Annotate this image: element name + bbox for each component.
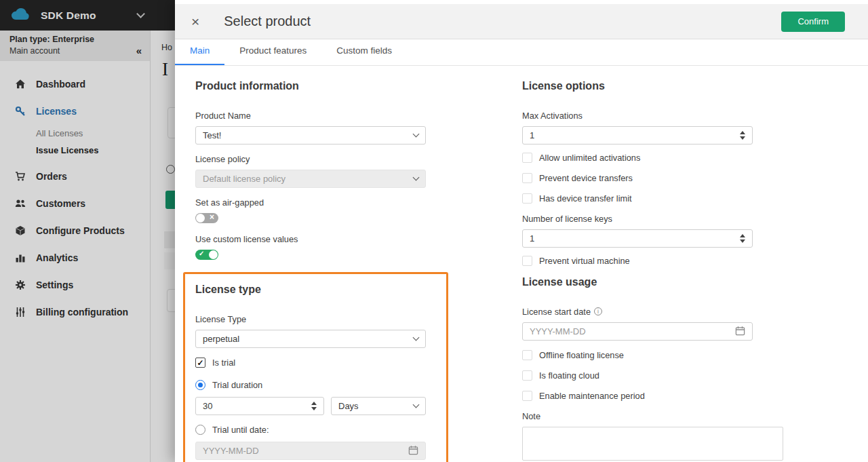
modal-body: Product information Product Name Test! L… — [175, 66, 868, 462]
stepper-icon[interactable] — [311, 402, 317, 410]
license-policy-label: License policy — [195, 154, 426, 164]
max-activations-value: 1 — [530, 130, 534, 140]
license-type-label: License Type — [195, 314, 427, 324]
checkbox-row[interactable]: Allow unlimited activations — [522, 153, 783, 163]
modal-tabs: Main Product features Custom fields — [175, 39, 868, 66]
air-gapped-toggle[interactable] — [195, 213, 218, 223]
product-name-label: Product Name — [195, 111, 426, 121]
checkbox-row[interactable]: Offline floating license — [522, 350, 783, 360]
section-heading: License type — [195, 284, 427, 296]
is-trial-checkbox-row[interactable]: Is trial — [195, 358, 427, 368]
trial-duration-label: Trial duration — [212, 380, 262, 390]
max-activations-input[interactable]: 1 — [522, 126, 753, 145]
license-type-select[interactable]: perpetual — [195, 330, 426, 348]
license-policy-select: Default license policy — [195, 170, 426, 188]
tab-main[interactable]: Main — [175, 45, 224, 65]
license-keys-input[interactable]: 1 — [522, 229, 753, 248]
modal-header: × Select product Confirm — [175, 4, 868, 39]
stepper-icon[interactable] — [740, 234, 745, 243]
section-heading: License options — [522, 80, 783, 92]
chevron-down-icon — [413, 174, 420, 181]
chevron-down-icon — [413, 334, 420, 341]
trial-duration-radio-row[interactable]: Trial duration — [195, 380, 427, 390]
trial-duration-radio[interactable] — [195, 380, 205, 390]
modal-dim-overlay — [0, 0, 175, 462]
app-window: SDK Demo Plan type: Enterprise Main acco… — [0, 0, 868, 462]
trial-until-radio[interactable] — [195, 425, 205, 435]
start-date-input[interactable]: YYYY-MM-DD — [522, 322, 753, 341]
is-trial-label: Is trial — [212, 358, 235, 368]
checkbox-label: Prevent virtual machine — [539, 256, 630, 266]
checkbox-row[interactable]: Prevent virtual machine — [522, 256, 783, 266]
checkbox-row[interactable]: Prevent device transfers — [522, 173, 783, 183]
checkbox-row[interactable]: Enable maintenance period — [522, 391, 783, 401]
is-trial-checkbox[interactable] — [195, 358, 205, 368]
start-date-placeholder: YYYY-MM-DD — [530, 326, 586, 336]
device-transfer-limit-checkbox[interactable] — [522, 193, 532, 204]
maintenance-period-checkbox[interactable] — [522, 391, 532, 401]
prevent-vm-checkbox[interactable] — [522, 256, 532, 266]
chevron-down-icon — [413, 131, 420, 138]
unlimited-activations-checkbox[interactable] — [522, 153, 532, 163]
custom-values-label: Use custom license values — [195, 234, 426, 244]
offline-floating-checkbox[interactable] — [522, 350, 532, 360]
checkbox-row[interactable]: Has device transfer limit — [522, 193, 783, 204]
close-icon[interactable]: × — [191, 14, 199, 28]
license-type-value: perpetual — [203, 334, 239, 344]
trial-duration-value: 30 — [203, 401, 212, 411]
trial-duration-inputs: 30 Days — [195, 397, 427, 415]
product-information-column: Product information Product Name Test! L… — [195, 80, 426, 462]
tab-product-features[interactable]: Product features — [224, 45, 321, 65]
checkbox-label: Is floating cloud — [539, 370, 599, 381]
max-activations-label: Max Activations — [522, 111, 783, 121]
confirm-button[interactable]: Confirm — [781, 12, 845, 32]
info-icon — [594, 307, 602, 315]
license-policy-value: Default license policy — [203, 174, 285, 184]
checkbox-label: Offline floating license — [539, 350, 624, 360]
checkbox-label: Allow unlimited activations — [539, 153, 640, 163]
select-product-modal: × Select product Confirm Main Product fe… — [175, 0, 868, 462]
tab-custom-fields[interactable]: Custom fields — [321, 45, 407, 65]
start-date-label: License start date — [522, 307, 783, 317]
section-heading: License usage — [522, 276, 783, 288]
custom-license-values-toggle[interactable] — [195, 250, 218, 260]
prevent-device-transfers-checkbox[interactable] — [522, 173, 532, 183]
background-app: SDK Demo Plan type: Enterprise Main acco… — [0, 0, 175, 462]
section-heading: Product information — [195, 80, 426, 92]
trial-until-radio-row[interactable]: Trial until date: — [195, 425, 427, 435]
note-label: Note — [522, 411, 783, 421]
calendar-icon[interactable] — [735, 326, 745, 338]
license-options-column: License options Max Activations 1 Allow … — [522, 80, 783, 462]
modal-title: Select product — [224, 14, 311, 29]
checkbox-label: Prevent device transfers — [539, 173, 633, 183]
trial-until-label: Trial until date: — [212, 425, 269, 435]
checkbox-label: Has device transfer limit — [539, 193, 632, 204]
checkbox-row[interactable]: Is floating cloud — [522, 370, 783, 381]
trial-duration-input[interactable]: 30 — [195, 397, 324, 415]
air-gapped-label: Set as air-gapped — [195, 197, 426, 208]
calendar-icon — [408, 445, 418, 457]
stepper-icon[interactable] — [740, 131, 745, 140]
product-name-value: Test! — [203, 130, 221, 140]
trial-duration-unit-select[interactable]: Days — [331, 397, 426, 415]
product-name-select[interactable]: Test! — [195, 126, 426, 145]
chevron-down-icon — [413, 402, 420, 408]
trial-duration-unit: Days — [338, 401, 359, 411]
floating-cloud-checkbox[interactable] — [522, 370, 532, 381]
note-textarea[interactable] — [522, 427, 783, 461]
trial-until-date-input: YYYY-MM-DD — [195, 442, 426, 460]
license-type-highlight-box: License type License Type perpetual Is t… — [183, 272, 448, 462]
trial-until-placeholder: YYYY-MM-DD — [203, 446, 259, 456]
checkbox-label: Enable maintenance period — [539, 391, 645, 401]
license-keys-value: 1 — [530, 233, 534, 244]
license-keys-label: Number of license keys — [522, 214, 783, 224]
